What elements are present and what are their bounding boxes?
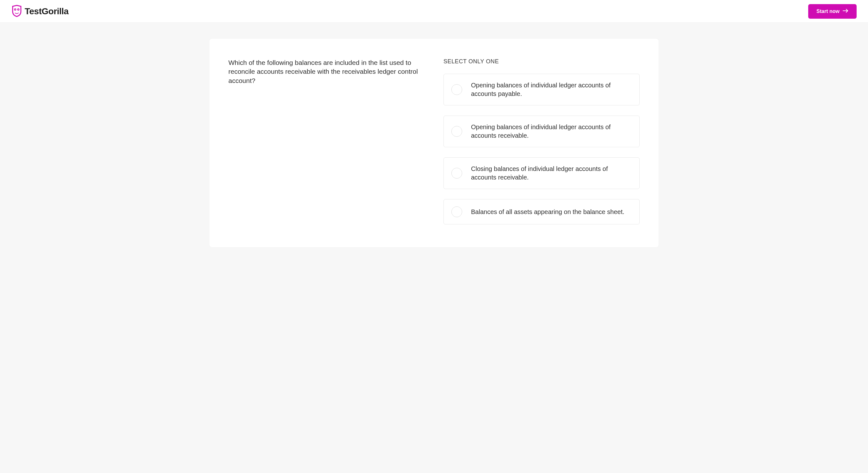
question-card: Which of the following balances are incl…: [209, 39, 659, 247]
answer-option-label: Opening balances of individual ledger ac…: [471, 123, 632, 140]
answers-instruction: SELECT ONLY ONE: [443, 58, 640, 65]
svg-point-2: [15, 9, 16, 10]
site-header: TestGorilla Start now: [0, 0, 868, 23]
answer-option-2[interactable]: Opening balances of individual ledger ac…: [443, 116, 640, 147]
start-now-label: Start now: [816, 8, 840, 14]
answer-option-3[interactable]: Closing balances of individual ledger ac…: [443, 157, 640, 189]
answer-option-4[interactable]: Balances of all assets appearing on the …: [443, 199, 640, 225]
arrow-right-icon: [843, 8, 848, 14]
radio-icon: [452, 84, 462, 95]
start-now-button[interactable]: Start now: [808, 4, 857, 19]
brand-name: TestGorilla: [25, 6, 69, 17]
svg-point-3: [18, 9, 19, 10]
radio-icon: [452, 206, 462, 217]
brand-logo[interactable]: TestGorilla: [11, 4, 69, 18]
answer-option-label: Closing balances of individual ledger ac…: [471, 165, 632, 182]
gorilla-icon: [11, 4, 22, 18]
answer-option-label: Opening balances of individual ledger ac…: [471, 81, 632, 98]
radio-icon: [452, 126, 462, 137]
question-text: Which of the following balances are incl…: [228, 58, 425, 85]
page-body: Which of the following balances are incl…: [0, 23, 868, 473]
answer-option-1[interactable]: Opening balances of individual ledger ac…: [443, 74, 640, 106]
question-column: Which of the following balances are incl…: [228, 58, 425, 225]
answers-column: SELECT ONLY ONE Opening balances of indi…: [443, 58, 640, 225]
radio-icon: [452, 168, 462, 179]
answer-option-label: Balances of all assets appearing on the …: [471, 208, 624, 216]
